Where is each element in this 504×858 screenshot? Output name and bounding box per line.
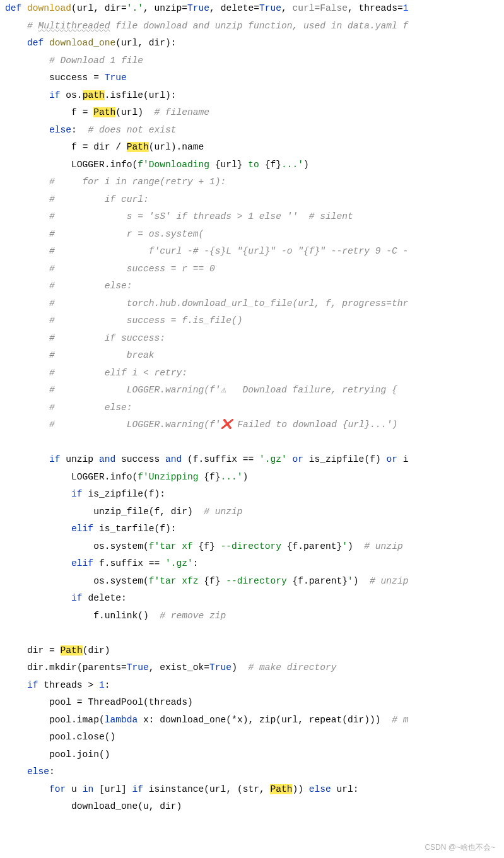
line: download_one(u, dir) <box>71 801 182 811</box>
comment: # LOGGER.warning(f'⚠ Download failure, r… <box>49 385 397 395</box>
line: pool = ThreadPool(threads) <box>49 697 193 707</box>
line: LOGGER.info(f'Downloading {url} to {f}..… <box>71 160 309 170</box>
line: pool.imap(lambda x: download_one(*x), zi… <box>49 715 408 725</box>
line: dir.mkdir(parents=True, exist_ok=True) #… <box>27 662 337 673</box>
comment: # if success: <box>49 333 165 343</box>
highlight: Path <box>93 107 115 117</box>
highlight: Path <box>61 645 83 655</box>
line: f = dir / Path(url).name <box>71 142 204 152</box>
line: def download_one(url, dir): <box>27 38 177 48</box>
line: def download(url, dir='.', unzip=True, d… <box>5 3 408 13</box>
line: else: <box>27 767 55 777</box>
highlight: Path <box>270 784 292 794</box>
line: unzip_file(f, dir) # unzip <box>93 507 243 517</box>
line: os.system(f'tar xf {f} --directory {f.pa… <box>93 541 403 551</box>
highlight: Path <box>127 142 149 152</box>
comment: # if curl: <box>49 194 149 204</box>
comment: # torch.hub.download_url_to_file(url, f,… <box>49 298 408 309</box>
line: if threads > 1: <box>27 680 110 690</box>
comment: # elif i < retry: <box>49 368 187 378</box>
comment: # success = r == 0 <box>49 264 215 274</box>
line: if os.path.isfile(url): <box>49 90 176 100</box>
line: pool.join() <box>49 749 110 760</box>
comment: # s = 'sS' if threads > 1 else '' # sile… <box>49 211 353 221</box>
comment: # r = os.system( <box>49 229 204 239</box>
line: f.unlink() # remove zip <box>93 611 226 621</box>
line: if unzip and success and (f.suffix == '.… <box>49 454 408 464</box>
comment: # for i in range(retry + 1): <box>49 177 226 187</box>
line: if delete: <box>71 593 127 603</box>
line: f = Path(url) # filename <box>71 107 209 117</box>
comment: # LOGGER.warning(f'❌ Failed to download … <box>49 420 397 430</box>
watermark: CSDN @~啥也不会~ <box>425 842 495 853</box>
comment: # Download 1 file <box>49 56 143 66</box>
comment: # else: <box>49 403 132 413</box>
line: else: # does not exist <box>49 125 176 135</box>
comment: # break <box>49 350 154 360</box>
highlight: path <box>83 90 105 100</box>
line: os.system(f'tar xfz {f} --directory {f.p… <box>93 576 408 586</box>
code-editor[interactable]: def download(url, dir='.', unzip=True, d… <box>0 0 504 816</box>
line: elif f.suffix == '.gz': <box>71 558 198 568</box>
line: for u in [url] if isinstance(url, (str, … <box>49 784 359 794</box>
comment: # else: <box>49 281 132 291</box>
line: dir = Path(dir) <box>27 645 110 655</box>
line: if is_zipfile(f): <box>71 489 165 499</box>
line: pool.close() <box>49 732 115 742</box>
line: success = True <box>49 73 127 83</box>
comment: # Multithreaded file download and unzip … <box>27 21 408 31</box>
line: LOGGER.info(f'Unzipping {f}...') <box>71 472 248 482</box>
comment: # f'curl -# -{s}L "{url}" -o "{f}" --ret… <box>49 246 408 256</box>
comment: # success = f.is_file() <box>49 315 243 326</box>
line: elif is_tarfile(f): <box>71 524 176 534</box>
